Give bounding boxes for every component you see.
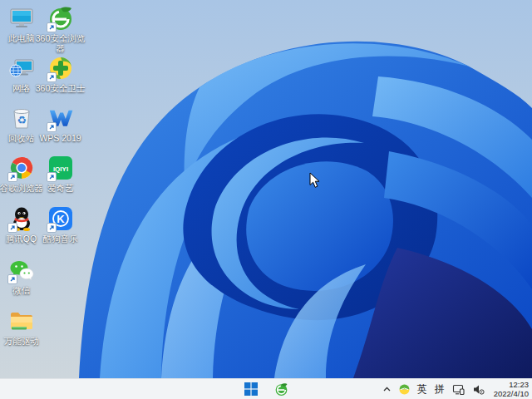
taskbar: 英 拼 12:23 2022/4/10 [0, 378, 532, 399]
iqiyi-icon: iQIYI [47, 155, 74, 181]
network-icon [8, 55, 35, 81]
windows-logo-icon [244, 382, 258, 396]
shortcut-arrow-icon [7, 223, 17, 233]
ime-language-indicator[interactable]: 英 [417, 382, 427, 397]
speaker-icon [472, 384, 485, 395]
desktop-icon-wechat[interactable]: 微信 [2, 257, 41, 295]
desktop-icon-drivers-folder[interactable]: 万能驱动 [2, 308, 41, 346]
svg-text:♻: ♻ [17, 114, 27, 126]
chevron-up-icon [382, 385, 392, 394]
system-tray: 英 拼 12:23 2022/4/10 [382, 379, 529, 399]
desktop-icon-iqiyi[interactable]: iQIYI 爱奇艺 [41, 155, 80, 193]
360-safe-icon [47, 55, 74, 81]
tray-hidden-icons-chevron[interactable] [382, 385, 392, 394]
folder-icon [8, 308, 35, 334]
wechat-icon [8, 257, 35, 283]
icon-label: WPS 2019 [35, 133, 86, 143]
desktop[interactable]: 此电脑 360安全浏览器 [0, 0, 532, 399]
icon-label: 微信 [0, 285, 47, 295]
svg-text:K: K [57, 213, 65, 225]
recycle-bin-icon: ♻ [8, 105, 35, 131]
shortcut-arrow-icon [47, 122, 57, 132]
clock-date: 2022/4/10 [494, 389, 529, 398]
this-pc-icon [8, 5, 35, 32]
360-browser-taskbar-icon [274, 382, 288, 397]
360-browser-icon [47, 5, 74, 32]
shortcut-arrow-icon [47, 22, 57, 32]
monitor-icon [452, 384, 465, 395]
icon-label: 360安全浏览器 [35, 33, 86, 53]
chrome-icon [8, 155, 35, 181]
icon-label: 爱奇艺 [35, 183, 86, 193]
wps-icon [47, 105, 74, 131]
ime-mode-indicator[interactable]: 拼 [435, 382, 445, 397]
desktop-icon-wps[interactable]: WPS 2019 [41, 105, 80, 143]
shortcut-arrow-icon [47, 223, 57, 233]
qq-icon [8, 205, 35, 232]
taskbar-360-browser-button[interactable] [272, 380, 290, 398]
tray-360-icon-button[interactable] [399, 384, 410, 395]
taskbar-center-icons [242, 379, 290, 399]
tray-display-button[interactable] [452, 384, 465, 395]
desktop-icon-360-safe[interactable]: 360安全卫士 [41, 55, 80, 93]
tray-volume-button[interactable] [472, 384, 485, 395]
shortcut-arrow-icon [7, 172, 17, 182]
desktop-icon-kugou[interactable]: K 酷狗音乐 [41, 205, 80, 244]
start-button[interactable] [242, 380, 260, 398]
icon-label: 万能驱动 [0, 336, 47, 346]
desktop-icon-360-browser[interactable]: 360安全浏览器 [41, 5, 80, 53]
shortcut-arrow-icon [47, 72, 57, 82]
icon-label: 360安全卫士 [35, 83, 86, 93]
desktop-icon-grid: 此电脑 360安全浏览器 [2, 2, 85, 376]
kugou-icon: K [47, 205, 74, 232]
icon-label: 酷狗音乐 [35, 234, 86, 244]
clock-time: 12:23 [494, 380, 529, 389]
shortcut-arrow-icon [47, 172, 57, 182]
taskbar-clock[interactable]: 12:23 2022/4/10 [492, 380, 529, 398]
360-tray-icon [399, 384, 410, 395]
shortcut-arrow-icon [7, 274, 17, 284]
